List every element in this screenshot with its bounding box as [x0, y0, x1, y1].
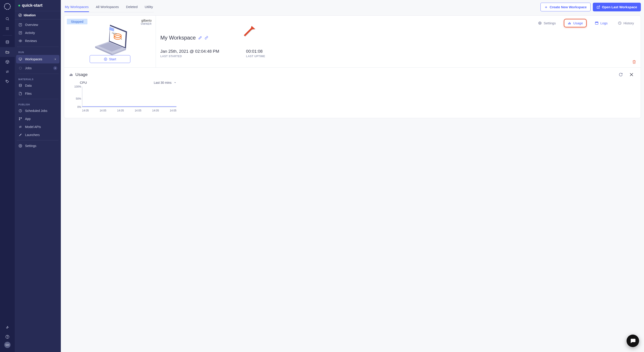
rail-tag[interactable] — [0, 77, 15, 86]
edit-icon[interactable] — [198, 36, 202, 39]
svg-point-30 — [20, 145, 21, 146]
start-button[interactable]: Start — [90, 55, 130, 63]
owner-role: OWNER — [141, 22, 152, 25]
svg-rect-20 — [19, 58, 22, 60]
svg-point-14 — [7, 338, 8, 338]
sidebar-item-scheduled-jobs[interactable]: Scheduled Jobs — [15, 107, 61, 115]
close-button[interactable] — [627, 71, 636, 78]
user-avatar[interactable]: GH — [4, 342, 10, 348]
svg-point-42 — [121, 39, 122, 39]
x-tick: 14:05 — [134, 109, 141, 112]
svg-rect-48 — [569, 22, 570, 24]
x-tick: 14:05 — [100, 109, 106, 112]
chevron-down-icon — [174, 81, 176, 84]
svg-line-31 — [598, 6, 600, 7]
status-badge: Stopped — [67, 19, 88, 24]
sidebar-item-model-apis[interactable]: Model APIs — [15, 123, 61, 131]
rail-folder[interactable] — [0, 47, 15, 57]
rail-search[interactable] — [0, 14, 15, 24]
sidebar-item-activity[interactable]: Activity — [15, 29, 61, 37]
bar-chart-icon — [69, 73, 73, 77]
swap-icon — [5, 70, 10, 74]
project-section-row[interactable]: Ideation — [15, 11, 61, 19]
button-label: Open Last Workspace — [602, 5, 637, 9]
y-tick: 0% — [71, 105, 81, 109]
play-icon — [104, 57, 107, 61]
workspace-preview: Stopped gilberto OWNER — [64, 16, 156, 67]
gear-icon — [538, 21, 542, 25]
x-tick: 14:05 — [170, 109, 176, 112]
button-label: Create New Workspace — [550, 5, 587, 9]
sidebar-item-files[interactable]: Files — [15, 90, 61, 98]
workspace-title: My Workspace — [160, 35, 196, 41]
activity-icon — [18, 31, 22, 35]
project-title-row[interactable]: quick-start — [15, 0, 61, 11]
sidebar-item-label: Scheduled Jobs — [25, 109, 48, 113]
link-icon[interactable] — [204, 36, 208, 39]
sidebar-item-app[interactable]: App — [15, 115, 61, 123]
wrench-icon — [5, 325, 10, 329]
x-axis: 14:05 14:05 14:05 14:05 14:05 14:05 — [82, 109, 176, 112]
close-icon — [629, 72, 634, 77]
rail-database[interactable] — [0, 37, 15, 47]
intercom-launcher[interactable] — [626, 335, 639, 347]
svg-point-9 — [7, 29, 8, 30]
y-tick: 50% — [71, 97, 81, 100]
rocket-icon — [18, 133, 22, 137]
top-tabs: My Workspaces All Workspaces Deleted Uti… — [64, 2, 154, 12]
plus-icon[interactable] — [53, 66, 57, 70]
refresh-button[interactable] — [617, 72, 624, 77]
rail-transfer[interactable] — [0, 67, 15, 77]
trash-icon — [632, 60, 636, 64]
svg-line-1 — [8, 19, 9, 20]
file-icon — [18, 92, 22, 95]
delete-button[interactable] — [632, 60, 636, 64]
sidebar-item-jobs[interactable]: Jobs — [15, 64, 61, 72]
sidebar-item-label: Launchers — [25, 133, 40, 137]
svg-rect-26 — [19, 118, 20, 119]
svg-rect-56 — [72, 74, 72, 76]
rail-help[interactable] — [0, 332, 15, 342]
tab-utility[interactable]: Utility — [144, 2, 154, 12]
detail-tab-logs[interactable]: Logs — [592, 20, 610, 26]
usage-panel: Usage CPU Last 30 mins — [64, 67, 641, 118]
tab-all-workspaces[interactable]: All Workspaces — [95, 2, 119, 12]
last-started-value: Jan 25th, 2021 @ 02:04:48 PM — [160, 49, 219, 54]
eye-icon — [18, 39, 22, 43]
sidebar-item-settings[interactable]: Settings — [15, 142, 61, 150]
search-icon — [5, 17, 10, 21]
folder-open-icon — [5, 50, 10, 54]
sidebar-item-reviews[interactable]: Reviews — [15, 37, 61, 45]
detail-tab-usage[interactable]: Usage — [564, 19, 586, 27]
sidebar-item-data[interactable]: Data — [15, 82, 61, 90]
tab-deleted[interactable]: Deleted — [126, 2, 138, 12]
detail-tab-history[interactable]: History — [616, 20, 636, 26]
svg-point-10 — [8, 29, 9, 30]
rail-cube[interactable] — [0, 57, 15, 67]
status-dot-icon — [18, 5, 20, 6]
sidebar-item-overview[interactable]: Overview — [15, 21, 61, 29]
spinner-icon — [18, 66, 22, 70]
range-selector[interactable]: Last 30 mins — [154, 81, 176, 84]
compass-icon — [18, 13, 22, 17]
x-tick: 14:05 — [117, 109, 124, 112]
sidebar-item-label: Model APIs — [25, 125, 41, 129]
svg-point-3 — [7, 27, 8, 28]
app-logo[interactable] — [4, 3, 11, 10]
button-label: Start — [109, 57, 116, 61]
rail-apps[interactable] — [0, 24, 15, 33]
svg-point-0 — [6, 17, 8, 20]
sidebar-item-launchers[interactable]: Launchers — [15, 131, 61, 139]
create-workspace-button[interactable]: ＋ Create New Workspace — [540, 3, 590, 11]
history-icon — [618, 21, 622, 25]
rail-admin[interactable] — [0, 322, 15, 332]
topbar: My Workspaces All Workspaces Deleted Uti… — [61, 0, 644, 12]
open-last-workspace-button[interactable]: Open Last Workspace — [593, 3, 641, 11]
external-link-icon — [596, 5, 600, 9]
detail-tab-settings[interactable]: Settings — [536, 20, 558, 26]
sidebar-item-workspaces[interactable]: Workspaces — [16, 55, 60, 63]
x-tick: 14:05 — [82, 109, 89, 112]
sidebar: quick-start Ideation Overview Activity R… — [15, 0, 61, 352]
tab-my-workspaces[interactable]: My Workspaces — [64, 2, 89, 12]
chat-icon — [630, 338, 636, 344]
